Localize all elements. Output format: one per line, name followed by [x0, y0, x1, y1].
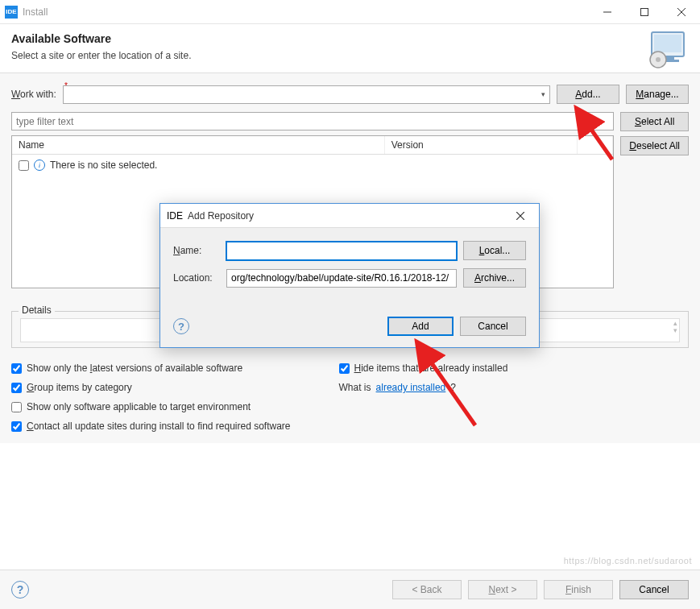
help-icon[interactable]: ? [11, 581, 29, 599]
options-area: Show only the latest versions of availab… [11, 362, 689, 432]
required-indicator: * [64, 81, 68, 90]
svg-rect-1 [641, 8, 648, 15]
svg-point-9 [656, 57, 661, 62]
ide-app-icon: IDE [167, 210, 183, 222]
work-with-label: Work with: [11, 89, 56, 100]
wizard-footer: ? < Back Next > Finish Cancel [0, 570, 700, 609]
next-button: Next > [468, 580, 537, 599]
close-button[interactable] [663, 0, 700, 24]
name-input[interactable] [226, 242, 457, 260]
checkbox-contact[interactable] [11, 421, 22, 432]
tree-item-checkbox[interactable] [19, 160, 29, 171]
local-button[interactable]: Local... [463, 241, 526, 260]
archive-button[interactable]: Archive... [463, 268, 526, 288]
install-icon [647, 31, 689, 72]
what-is-prefix: What is [339, 382, 371, 393]
page-subtitle: Select a site or enter the location of a… [11, 50, 689, 61]
column-name[interactable]: Name [12, 136, 385, 154]
dialog-help-icon[interactable]: ? [173, 318, 189, 334]
checkbox-hide[interactable] [339, 363, 350, 374]
deselect-all-button[interactable]: Deselect All [620, 136, 689, 155]
work-with-row: Work with: * ▾ Add... Manage... [11, 85, 689, 104]
dialog-titlebar: IDE Add Repository [160, 204, 539, 228]
work-with-combo[interactable]: ▾ [63, 85, 550, 104]
select-all-button[interactable]: Select All [620, 112, 689, 131]
minimize-button[interactable] [589, 0, 626, 24]
tree-empty-text: There is no site selected. [50, 160, 157, 171]
add-button[interactable]: Add... [557, 85, 619, 104]
dialog-add-button[interactable]: Add [387, 317, 454, 336]
checkbox-latest[interactable] [11, 363, 22, 374]
window-title: Install [23, 6, 589, 18]
option-latest[interactable]: Show only the latest versions of availab… [11, 362, 291, 374]
manage-button[interactable]: Manage... [626, 85, 689, 104]
dialog-title: Add Repository [188, 210, 508, 222]
tree-header: Name Version [12, 136, 613, 155]
location-input[interactable] [226, 269, 457, 288]
location-label: Location: [173, 272, 220, 284]
tree-side-buttons: Select All Deselect All [620, 112, 689, 155]
window-controls [589, 0, 700, 24]
filter-input[interactable] [11, 112, 614, 130]
add-repository-dialog: IDE Add Repository Name: Local... Locati… [159, 203, 540, 348]
tree-empty-item: i There is no site selected. [19, 160, 607, 171]
checkbox-applicable[interactable] [11, 402, 22, 412]
name-label: Name: [173, 245, 220, 256]
svg-rect-5 [654, 35, 681, 52]
what-is-suffix: ? [450, 382, 456, 393]
column-version[interactable]: Version [385, 136, 578, 154]
tree-body: i There is no site selected. [12, 155, 613, 176]
checkbox-group[interactable] [11, 383, 22, 393]
watermark: https://blog.csdn.net/sudaroot [564, 556, 692, 566]
finish-button: Finish [544, 580, 613, 599]
option-hide[interactable]: Hide items that are already installed [339, 362, 508, 374]
wizard-header: Available Software Select a site or ente… [0, 24, 700, 73]
dialog-close-button[interactable] [508, 212, 532, 220]
scroll-indicator-icon: ▴▾ [673, 320, 677, 334]
back-button: < Back [392, 580, 462, 599]
what-is-installed: What is already installed ? [339, 382, 508, 393]
option-group[interactable]: Group items by category [11, 382, 291, 393]
info-icon: i [34, 160, 45, 171]
option-contact[interactable]: Contact all update sites during install … [11, 420, 291, 432]
titlebar: IDE Install [0, 0, 700, 24]
maximize-button[interactable] [626, 0, 663, 24]
already-installed-link[interactable]: already installed [376, 382, 446, 393]
chevron-down-icon: ▾ [541, 90, 545, 98]
ide-app-icon: IDE [5, 6, 18, 19]
option-applicable[interactable]: Show only software applicable to target … [11, 401, 291, 412]
cancel-button[interactable]: Cancel [619, 580, 689, 599]
details-legend: Details [19, 304, 55, 316]
page-title: Available Software [11, 32, 689, 45]
dialog-cancel-button[interactable]: Cancel [460, 317, 526, 336]
